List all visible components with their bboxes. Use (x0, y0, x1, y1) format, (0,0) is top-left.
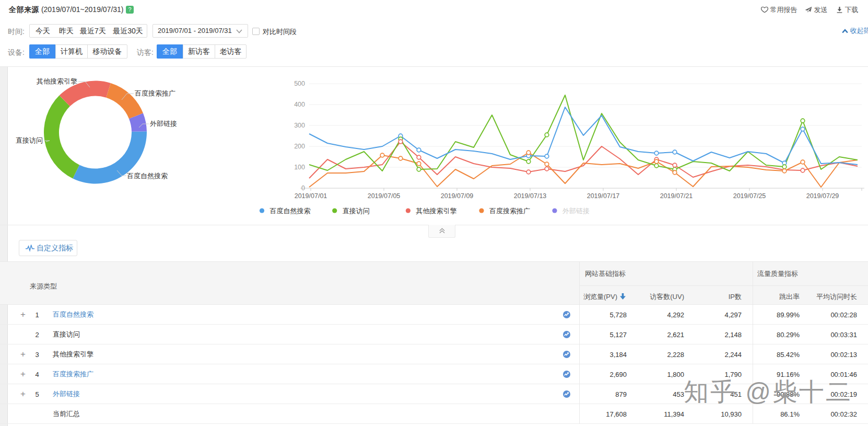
svg-text:400: 400 (294, 101, 305, 108)
svg-text:100: 100 (294, 164, 305, 171)
svg-text:百度搜索推广: 百度搜索推广 (135, 89, 175, 97)
svg-text:直接访问: 直接访问 (343, 207, 370, 215)
svg-text:2019/07/29: 2019/07/29 (806, 192, 839, 200)
svg-text:直接访问: 直接访问 (16, 136, 43, 144)
svg-text:0: 0 (301, 185, 305, 192)
svg-text:2019/07/25: 2019/07/25 (733, 192, 766, 200)
svg-text:百度自然搜索: 百度自然搜索 (127, 172, 168, 180)
svg-text:300: 300 (294, 122, 305, 129)
svg-text:百度搜索推广: 百度搜索推广 (489, 207, 530, 215)
svg-text:200: 200 (294, 143, 305, 150)
svg-text:2019/07/01: 2019/07/01 (295, 192, 327, 200)
svg-text:外部链接: 外部链接 (562, 207, 590, 215)
svg-text:2019/07/13: 2019/07/13 (514, 192, 547, 200)
svg-text:外部链接: 外部链接 (149, 120, 177, 128)
svg-text:2019/07/17: 2019/07/17 (587, 192, 620, 200)
svg-text:其他搜索引擎: 其他搜索引擎 (416, 207, 456, 215)
svg-text:2019/07/09: 2019/07/09 (441, 192, 474, 200)
svg-text:500: 500 (294, 80, 305, 87)
svg-text:2019/07/05: 2019/07/05 (368, 192, 401, 200)
svg-text:百度自然搜索: 百度自然搜索 (270, 207, 311, 215)
svg-text:2019/07/21: 2019/07/21 (660, 192, 693, 200)
svg-text:其他搜索引擎: 其他搜索引擎 (37, 77, 77, 85)
